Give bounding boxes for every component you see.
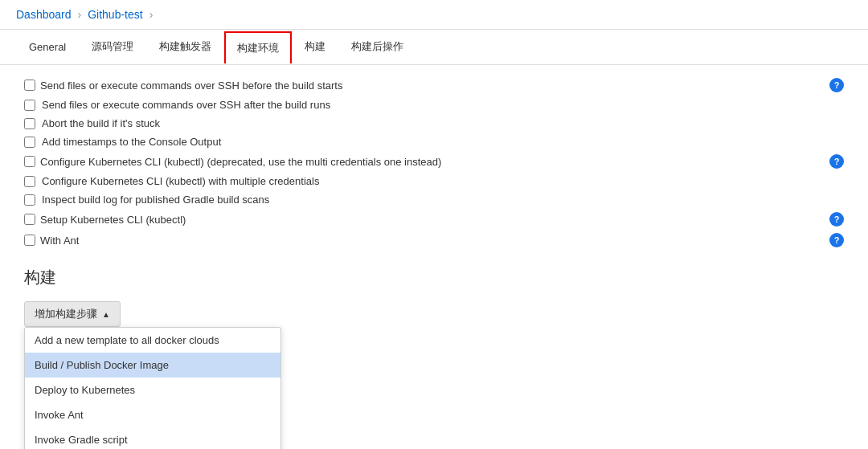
tab-triggers[interactable]: 构建触发器 <box>146 30 224 65</box>
label-ssh-before: Send files or execute commands over SSH … <box>40 80 342 92</box>
help-icon-ssh-before[interactable]: ? <box>829 78 844 92</box>
tab-build[interactable]: 构建 <box>292 30 338 65</box>
checkbox-kubectl-setup[interactable] <box>24 214 35 225</box>
add-build-step-label: 增加构建步骤 <box>35 307 97 321</box>
build-section-title: 构建 <box>24 267 844 288</box>
checkbox-ssh-after[interactable] <box>24 100 35 111</box>
breadcrumb-separator-2: › <box>149 8 154 21</box>
checkbox-kubectl-multi[interactable] <box>24 176 35 187</box>
checkbox-kubectl-deprecated[interactable] <box>24 156 35 167</box>
build-section: 构建 增加构建步骤 ▲ Add a new template to all do… <box>24 267 844 327</box>
checkbox-timestamps[interactable] <box>24 137 35 148</box>
checkbox-row-gradle-scans: Inspect build log for published Gradle b… <box>24 194 844 206</box>
help-icon-with-ant[interactable]: ? <box>829 233 844 247</box>
checkbox-list: Send files or execute commands over SSH … <box>24 78 844 247</box>
breadcrumb-dashboard[interactable]: Dashboard <box>16 8 72 21</box>
tab-source[interactable]: 源码管理 <box>79 30 146 65</box>
add-build-step-button[interactable]: 增加构建步骤 ▲ <box>24 301 121 327</box>
tabs-bar: General 源码管理 构建触发器 构建环境 构建 构建后操作 <box>0 30 868 65</box>
checkbox-row-ssh-after: Send files or execute commands over SSH … <box>24 99 844 111</box>
tab-env[interactable]: 构建环境 <box>224 31 292 63</box>
breadcrumb-separator-1: › <box>78 8 82 21</box>
dropdown-item-invoke-gradle[interactable]: Invoke Gradle script <box>25 427 280 449</box>
checkbox-row-kubectl-deprecated: Configure Kubernetes CLI (kubectl) (depr… <box>24 154 844 169</box>
label-kubectl-multi: Configure Kubernetes CLI (kubectl) with … <box>42 175 319 187</box>
breadcrumb-project[interactable]: Github-test <box>88 8 142 21</box>
label-ssh-after: Send files or execute commands over SSH … <box>42 99 330 111</box>
checkbox-row-abort-stuck: Abort the build if it's stuck <box>24 117 844 129</box>
dropdown-item-invoke-ant[interactable]: Invoke Ant <box>25 402 280 427</box>
tab-post[interactable]: 构建后操作 <box>338 30 416 65</box>
dropdown-arrow-icon: ▲ <box>102 310 110 319</box>
checkbox-row-timestamps: Add timestamps to the Console Output <box>24 136 844 148</box>
checkbox-gradle-scans[interactable] <box>24 194 35 206</box>
help-icon-kubectl-setup[interactable]: ? <box>829 212 844 227</box>
label-gradle-scans: Inspect build log for published Gradle b… <box>42 194 269 206</box>
checkbox-abort-stuck[interactable] <box>24 118 35 129</box>
add-build-step-dropdown: 增加构建步骤 ▲ Add a new template to all docke… <box>24 301 121 327</box>
main-content: General 源码管理 构建触发器 构建环境 构建 构建后操作 Send fi… <box>0 30 868 449</box>
checkbox-row-ssh-before: Send files or execute commands over SSH … <box>24 78 844 92</box>
content-area: Send files or execute commands over SSH … <box>0 65 868 449</box>
build-step-dropdown-list: Add a new template to all docker clouds … <box>24 327 281 449</box>
label-kubectl-deprecated: Configure Kubernetes CLI (kubectl) (depr… <box>40 156 441 168</box>
dropdown-item-deploy-k8s[interactable]: Deploy to Kubernetes <box>25 378 280 402</box>
label-kubectl-setup: Setup Kubernetes CLI (kubectl) <box>40 214 186 226</box>
label-with-ant: With Ant <box>40 235 79 247</box>
checkbox-row-kubectl-multi: Configure Kubernetes CLI (kubectl) with … <box>24 175 844 187</box>
checkbox-with-ant[interactable] <box>24 235 35 246</box>
checkbox-row-kubectl-setup: Setup Kubernetes CLI (kubectl) ? <box>24 212 844 227</box>
dropdown-item-docker-template[interactable]: Add a new template to all docker clouds <box>25 328 280 353</box>
checkbox-ssh-before[interactable] <box>24 80 35 91</box>
header-bar: Dashboard › Github-test › <box>0 0 868 30</box>
label-abort-stuck: Abort the build if it's stuck <box>42 117 160 129</box>
help-icon-kubectl-deprecated[interactable]: ? <box>829 154 844 169</box>
tab-general[interactable]: General <box>16 31 79 64</box>
checkbox-row-with-ant: With Ant ? <box>24 233 844 247</box>
dropdown-item-build-publish-docker[interactable]: Build / Publish Docker Image <box>25 353 280 378</box>
label-timestamps: Add timestamps to the Console Output <box>42 136 221 148</box>
